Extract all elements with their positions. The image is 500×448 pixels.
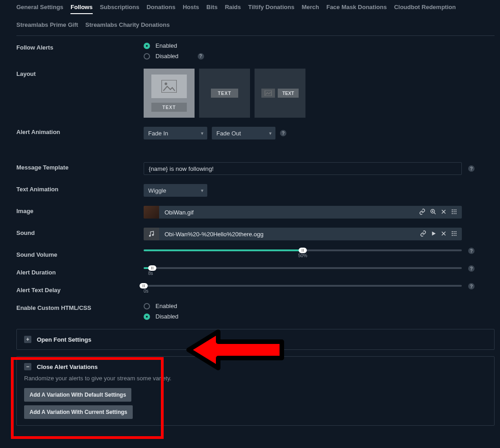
svg-point-24 [454,231,455,232]
radio-label: Disabled [155,313,179,320]
select-animation-out[interactable]: Fade Out [212,127,275,139]
image-placeholder-icon [261,89,275,98]
add-variation-current-button[interactable]: Add A Variation With Current Settings [24,405,133,419]
select-text-animation[interactable]: Wiggle [144,184,207,197]
tab-tiltify-donations[interactable]: Tiltify Donations [248,4,295,14]
help-icon[interactable]: ? [280,130,286,136]
music-icon [144,228,159,240]
radio-label: Enabled [155,303,177,309]
alert-duration-slider[interactable]: 8s ? [144,267,462,276]
font-settings-panel[interactable]: + Open Font Settings [16,329,495,350]
remove-icon[interactable] [441,209,446,216]
select-value: Wiggle [148,187,166,194]
row-label-sound-volume: Sound Volume [16,249,144,258]
svg-point-25 [455,231,456,232]
panel-header[interactable]: − Close Alert Variations [24,363,487,370]
tab-merch[interactable]: Merch [302,4,319,14]
alert-variations-panel: − Close Alert Variations Randomize your … [16,356,495,426]
layout-text-badge: TEXT [151,103,187,112]
help-icon[interactable]: ? [198,53,204,60]
svg-point-18 [149,235,151,237]
tab-hosts[interactable]: Hosts [183,4,199,14]
radio-disabled[interactable]: Disabled ? [144,53,495,60]
slider-value: 0s [144,289,462,294]
row-label-custom-html: Enable Custom HTML/CSS [16,303,144,311]
tab-donations[interactable]: Donations [146,4,175,14]
row-label-alert-text-delay: Alert Text Delay [16,285,144,294]
link-icon[interactable] [420,230,426,238]
svg-point-26 [452,233,453,234]
tab-streamlabs-prime-gift[interactable]: Streamlabs Prime Gift [16,21,78,31]
image-placeholder-icon [151,75,187,98]
tab-cloudbot-redemption[interactable]: Cloudbot Redemption [394,4,456,14]
layout-option-3[interactable]: TEXT [255,69,305,118]
panel-title: Open Font Settings [37,336,91,343]
svg-point-1 [165,83,167,85]
tab-general-settings[interactable]: General Settings [16,4,63,14]
radio-custom-disabled[interactable]: Disabled [144,313,495,320]
radio-off-icon [144,53,150,60]
svg-marker-20 [432,231,436,235]
slider-value: 50% [298,253,462,258]
tab-streamlabs-charity-donations[interactable]: Streamlabs Charity Donations [85,21,170,31]
alert-text-delay-slider[interactable]: 0s ? [144,285,462,294]
svg-line-4 [434,212,436,214]
svg-point-13 [454,211,455,212]
expand-icon: + [24,336,31,343]
svg-point-10 [454,209,455,210]
svg-point-15 [452,213,453,214]
radio-on-icon [144,43,150,49]
svg-point-9 [452,209,453,210]
row-label-alert-duration: Alert Duration [16,267,144,276]
select-value: Fade In [148,130,168,137]
help-icon[interactable]: ? [468,283,475,289]
slider-value: 8s [148,271,462,276]
remove-icon[interactable] [441,231,446,238]
row-label-message-template: Message Template [16,162,144,171]
panel-title: Close Alert Variations [37,363,98,370]
image-media-bar: ObiWan.gif [144,206,462,219]
svg-point-19 [152,234,154,236]
radio-off-icon [144,303,150,309]
tab-raids[interactable]: Raids [225,4,241,14]
tab-bits[interactable]: Bits [206,4,218,14]
select-animation-in[interactable]: Fade In [144,127,207,139]
sound-volume-slider[interactable]: 50% ? [144,249,462,258]
help-icon[interactable]: ? [468,248,475,254]
svg-point-31 [455,234,456,235]
svg-point-14 [455,211,456,212]
link-icon[interactable] [419,209,425,216]
svg-point-16 [454,213,455,214]
panel-description: Randomize your alerts to give your strea… [24,375,487,382]
radio-disabled-label: Disabled [155,53,179,60]
svg-point-11 [455,209,456,210]
layout-option-2[interactable]: TEXT [199,69,250,118]
radio-custom-enabled[interactable]: Enabled [144,303,495,309]
svg-point-27 [454,233,455,234]
tab-follows[interactable]: Follows [70,4,92,14]
grid-icon[interactable] [451,209,457,216]
collapse-icon: − [24,363,31,370]
help-icon[interactable]: ? [468,265,475,272]
play-icon[interactable] [431,231,436,238]
tab-subscriptions[interactable]: Subscriptions [100,4,140,14]
zoom-icon[interactable] [430,209,436,216]
svg-point-23 [452,231,453,232]
row-label-image: Image [16,206,144,214]
row-label-alert-animation: Alert Animation [16,127,144,135]
message-template-input[interactable] [144,162,462,175]
svg-point-12 [452,211,453,212]
add-variation-default-button[interactable]: Add A Variation With Default Settings [24,388,131,402]
image-thumbnail [144,206,159,219]
help-icon[interactable]: ? [468,165,475,172]
layout-text-badge: TEXT [278,89,299,98]
svg-point-29 [452,234,453,235]
tab-face-mask-donations[interactable]: Face Mask Donations [326,4,387,14]
settings-tabs: General SettingsFollowsSubscriptionsDona… [16,0,495,34]
layout-option-1[interactable]: TEXT [144,69,195,118]
grid-icon[interactable] [451,230,457,238]
radio-enabled-label: Enabled [155,42,177,49]
row-label-sound: Sound [16,228,144,236]
radio-enabled[interactable]: Enabled [144,42,495,49]
row-label-text-animation: Text Animation [16,184,144,193]
